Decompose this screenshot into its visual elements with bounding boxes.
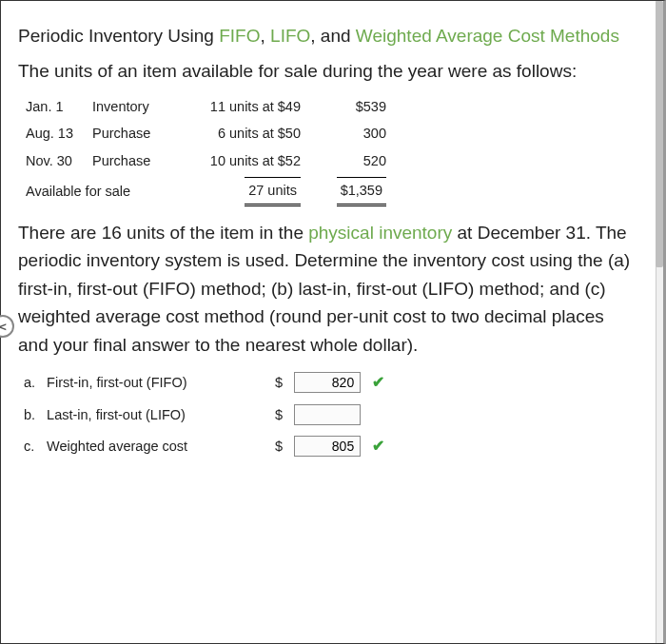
check-icon: ✔	[366, 430, 390, 463]
answer-row-a: a. First-in, first-out (FIFO) $ ✔	[18, 366, 390, 400]
cell-units: 6 units at $50	[175, 120, 308, 146]
cell-type: Purchase	[85, 147, 175, 174]
answer-input-wac[interactable]	[294, 436, 361, 457]
answer-table: a. First-in, first-out (FIFO) $ ✔ b. Las…	[18, 366, 390, 463]
dollar-sign: $	[269, 366, 288, 400]
answer-label: Last-in, first-out (LIFO)	[41, 400, 269, 430]
link-lifo[interactable]: LIFO	[270, 26, 310, 46]
answer-label: First-in, first-out (FIFO)	[41, 366, 269, 400]
check-icon: ✔	[366, 366, 390, 400]
cell-amount: $539	[308, 93, 394, 120]
table-row: Aug. 13 Purchase 6 units at $50 300	[18, 120, 394, 146]
answer-letter: c.	[18, 430, 41, 463]
table-total-row: Available for sale 27 units $1,359	[18, 174, 394, 208]
title-sep2: , and	[310, 26, 356, 46]
scrollbar-track[interactable]	[656, 1, 663, 643]
content-frame: < Periodic Inventory Using FIFO, LIFO, a…	[0, 0, 666, 644]
inventory-table: Jan. 1 Inventory 11 units at $49 $539 Au…	[18, 93, 394, 209]
dollar-sign: $	[269, 430, 288, 463]
cell-units: 11 units at $49	[175, 93, 308, 120]
total-amount: $1,359	[308, 174, 394, 208]
link-fifo[interactable]: FIFO	[219, 26, 260, 46]
table-row: Nov. 30 Purchase 10 units at $52 520	[18, 147, 394, 174]
answer-letter: b.	[18, 400, 41, 430]
cell-type: Inventory	[85, 93, 175, 120]
question-body: Periodic Inventory Using FIFO, LIFO, and…	[1, 1, 656, 643]
answer-label: Weighted average cost	[41, 430, 269, 463]
instructions: There are 16 units of the item in the ph…	[18, 219, 638, 359]
para-text-a: There are 16 units of the item in the	[18, 223, 308, 243]
cell-amount: 300	[308, 120, 394, 146]
cell-amount: 520	[308, 147, 394, 174]
table-row: Jan. 1 Inventory 11 units at $49 $539	[18, 93, 394, 120]
intro-text: The units of an item available for sale …	[18, 57, 638, 85]
total-label: Available for sale	[18, 174, 175, 208]
link-wac[interactable]: Weighted Average Cost Methods	[356, 26, 619, 46]
title-sep1: ,	[261, 26, 271, 46]
answer-letter: a.	[18, 366, 41, 400]
answer-row-c: c. Weighted average cost $ ✔	[18, 430, 390, 463]
scrollbar-thumb[interactable]	[656, 1, 663, 267]
dollar-sign: $	[269, 400, 288, 430]
total-units: 27 units	[175, 174, 308, 208]
cell-units: 10 units at $52	[175, 147, 308, 174]
answer-input-lifo[interactable]	[294, 404, 361, 425]
title-prefix: Periodic Inventory Using	[18, 26, 219, 46]
cell-date: Nov. 30	[18, 147, 85, 174]
link-physical-inventory[interactable]: physical inventory	[308, 223, 452, 243]
question-title: Periodic Inventory Using FIFO, LIFO, and…	[18, 22, 638, 49]
answer-input-fifo[interactable]	[294, 372, 361, 393]
cell-date: Aug. 13	[18, 120, 85, 146]
cell-type: Purchase	[85, 120, 175, 146]
cell-date: Jan. 1	[18, 93, 85, 120]
answer-row-b: b. Last-in, first-out (LIFO) $	[18, 400, 390, 430]
